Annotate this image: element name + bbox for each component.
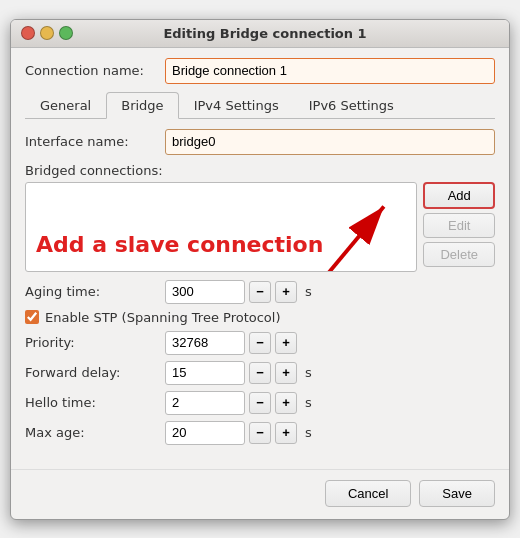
maximize-button[interactable] [59,26,73,40]
close-button[interactable] [21,26,35,40]
content-area: Connection name: General Bridge IPv4 Set… [11,48,509,463]
hello-time-input[interactable] [165,391,245,415]
bridge-tab-content: Interface name: Bridged connections: Add… [25,129,495,445]
priority-label: Priority: [25,335,165,350]
max-age-label: Max age: [25,425,165,440]
enable-stp-label[interactable]: Enable STP (Spanning Tree Protocol) [45,310,281,325]
tab-ipv4[interactable]: IPv4 Settings [179,92,294,118]
connection-name-input[interactable] [165,58,495,84]
aging-time-unit: s [305,284,312,299]
svg-line-1 [325,206,384,272]
hello-time-unit: s [305,395,312,410]
aging-time-row: Aging time: − + s [25,280,495,304]
connections-buttons: Add Edit Delete [423,182,495,272]
arrow-graphic [26,183,416,272]
aging-time-increment[interactable]: + [275,281,297,303]
forward-delay-input[interactable] [165,361,245,385]
forward-delay-decrement[interactable]: − [249,362,271,384]
aging-time-input[interactable] [165,280,245,304]
cancel-button[interactable]: Cancel [325,480,411,507]
priority-control: − + [165,331,297,355]
tab-bridge[interactable]: Bridge [106,92,178,119]
connections-list: Add a slave connection [25,182,417,272]
forward-delay-row: Forward delay: − + s [25,361,495,385]
tab-ipv6[interactable]: IPv6 Settings [294,92,409,118]
max-age-unit: s [305,425,312,440]
delete-button[interactable]: Delete [423,242,495,267]
max-age-row: Max age: − + s [25,421,495,445]
add-button[interactable]: Add [423,182,495,209]
interface-name-input[interactable] [165,129,495,155]
aging-time-label: Aging time: [25,284,165,299]
footer: Cancel Save [11,469,509,519]
aging-time-decrement[interactable]: − [249,281,271,303]
bridge-connections-area: Add a slave connection Add Edit D [25,182,495,272]
hello-time-label: Hello time: [25,395,165,410]
window-title: Editing Bridge connection 1 [81,26,449,41]
hello-time-decrement[interactable]: − [249,392,271,414]
max-age-increment[interactable]: + [275,422,297,444]
window-buttons [21,26,73,40]
max-age-decrement[interactable]: − [249,422,271,444]
titlebar: Editing Bridge connection 1 [11,20,509,48]
priority-increment[interactable]: + [275,332,297,354]
save-button[interactable]: Save [419,480,495,507]
minimize-button[interactable] [40,26,54,40]
hello-time-increment[interactable]: + [275,392,297,414]
interface-name-label: Interface name: [25,134,165,149]
edit-button[interactable]: Edit [423,213,495,238]
forward-delay-control: − + s [165,361,312,385]
tab-bar: General Bridge IPv4 Settings IPv6 Settin… [25,92,495,119]
forward-delay-increment[interactable]: + [275,362,297,384]
hello-time-row: Hello time: − + s [25,391,495,415]
priority-input[interactable] [165,331,245,355]
interface-name-row: Interface name: [25,129,495,155]
hello-time-control: − + s [165,391,312,415]
connection-name-label: Connection name: [25,63,165,78]
forward-delay-label: Forward delay: [25,365,165,380]
tab-general[interactable]: General [25,92,106,118]
max-age-control: − + s [165,421,312,445]
priority-decrement[interactable]: − [249,332,271,354]
slave-connection-text: Add a slave connection [36,232,323,257]
enable-stp-checkbox[interactable] [25,310,39,324]
connection-name-row: Connection name: [25,58,495,84]
main-window: Editing Bridge connection 1 Connection n… [10,19,510,520]
bridged-connections-label: Bridged connections: [25,163,495,178]
max-age-input[interactable] [165,421,245,445]
enable-stp-row: Enable STP (Spanning Tree Protocol) [25,310,495,325]
forward-delay-unit: s [305,365,312,380]
aging-time-control: − + s [165,280,312,304]
priority-row: Priority: − + [25,331,495,355]
